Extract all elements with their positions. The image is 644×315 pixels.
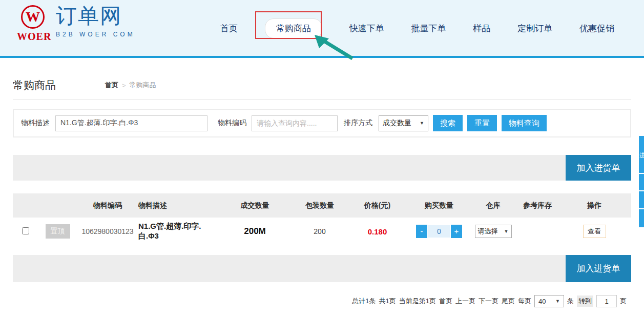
- material-desc-label: 物料描述: [21, 119, 50, 128]
- per-page-value: 40: [538, 298, 546, 305]
- row-deal-qty: 200M: [220, 226, 289, 237]
- annotation-arrow-icon: [311, 34, 357, 61]
- quick-sidebar-partial-label: 进: [639, 151, 644, 160]
- per-page-label: 每页: [518, 297, 531, 306]
- material-code-label: 物料编码: [218, 119, 246, 128]
- search-button[interactable]: 搜索: [433, 115, 463, 131]
- page-title: 常购商品: [13, 78, 56, 92]
- header-material-code: 物料编码: [77, 201, 138, 210]
- chevron-down-icon: ▼: [420, 121, 424, 126]
- breadcrumb-current: 常购商品: [130, 81, 156, 90]
- goto-page-label: 转到: [577, 296, 593, 307]
- header-deal-qty: 成交数量: [220, 201, 289, 210]
- header-warehouse: 仓库: [473, 201, 513, 210]
- row-material-code: 1062980030123: [77, 227, 138, 235]
- quantity-plus-button[interactable]: +: [451, 225, 462, 238]
- chevron-down-icon: ▼: [504, 229, 509, 234]
- header-pack-qty: 包装数量: [289, 201, 350, 210]
- row-material-desc: N1.G管.超薄.印字.白.Φ3: [138, 222, 220, 241]
- pagination-total: 总计1条: [352, 297, 376, 306]
- quick-access-sidebar: 进: [639, 136, 644, 227]
- per-page-unit: 条: [567, 297, 574, 306]
- filter-panel: 物料描述 物料编码 排序方式 成交数量 ▼ 搜索 重置 物料查询: [13, 109, 631, 137]
- row-price: 0.180: [350, 227, 405, 236]
- pin-to-top-button[interactable]: 置顶: [46, 224, 70, 239]
- table-header-row: 物料编码 物料描述 成交数量 包装数量 价格(元) 购买数量 仓库 参考库存 操…: [13, 193, 631, 218]
- site-title: 订单网: [56, 4, 135, 28]
- bottom-action-bar: 加入进货单: [13, 255, 631, 282]
- site-title-group: 订单网 B2B WOER COM: [56, 4, 135, 38]
- woer-logo[interactable]: W WOER 订单网 B2B WOER COM: [17, 4, 135, 43]
- pagination-prev-link[interactable]: 上一页: [455, 297, 475, 306]
- material-desc-input[interactable]: [55, 115, 207, 131]
- nav-item-home[interactable]: 首页: [220, 23, 238, 34]
- quick-sidebar-item-1[interactable]: 进: [639, 136, 644, 173]
- add-to-purchase-list-button-bottom[interactable]: 加入进货单: [566, 255, 631, 282]
- material-lookup-button[interactable]: 物料查询: [502, 115, 547, 131]
- woer-logo-icon: W WOER: [17, 4, 49, 43]
- nav-item-promotions[interactable]: 优惠促销: [579, 23, 614, 34]
- pagination: 总计1条 共1页 当前是第1页 首页 上一页 下一页 尾页 每页 40 ▼ 条 …: [0, 295, 627, 307]
- header-price: 价格(元): [350, 201, 405, 210]
- product-table: 物料编码 物料描述 成交数量 包装数量 价格(元) 购买数量 仓库 参考库存 操…: [13, 193, 631, 245]
- quantity-input[interactable]: [427, 225, 451, 238]
- pagination-next-link[interactable]: 下一页: [479, 297, 498, 306]
- add-to-purchase-list-button-top[interactable]: 加入进货单: [566, 155, 631, 181]
- pagination-first-link[interactable]: 首页: [439, 297, 452, 306]
- quick-sidebar-item-4[interactable]: [639, 209, 644, 227]
- breadcrumb-separator-icon: >: [122, 82, 126, 89]
- page: W WOER 订单网 B2B WOER COM 首页 常购商品 快速下单 批量下…: [0, 0, 644, 315]
- header-buy-qty: 购买数量: [405, 201, 473, 210]
- divider: [13, 99, 631, 100]
- sort-select[interactable]: 成交数量 ▼: [379, 115, 428, 131]
- breadcrumb-home-link[interactable]: 首页: [105, 81, 118, 90]
- site-subtitle: B2B WOER COM: [56, 31, 135, 38]
- view-button[interactable]: 查看: [583, 225, 606, 238]
- pagination-pages: 共1页: [379, 297, 396, 306]
- top-action-bar: 加入进货单: [13, 155, 631, 181]
- quick-sidebar-item-3[interactable]: [639, 191, 644, 208]
- header-material-desc: 物料描述: [138, 201, 220, 210]
- table-row: 置顶 1062980030123 N1.G管.超薄.印字.白.Φ3 200M 2…: [13, 218, 631, 245]
- logo-brand-text: WOER: [17, 31, 49, 43]
- material-code-input[interactable]: [252, 115, 338, 131]
- reset-button[interactable]: 重置: [467, 115, 497, 131]
- sort-label: 排序方式: [344, 119, 372, 128]
- chevron-down-icon: ▼: [555, 299, 560, 304]
- pagination-last-link[interactable]: 尾页: [502, 297, 515, 306]
- page-head: 常购商品 首页 > 常购商品: [0, 58, 644, 92]
- quantity-stepper: - +: [416, 225, 462, 238]
- breadcrumb: 首页 > 常购商品: [105, 81, 156, 90]
- sort-select-value: 成交数量: [383, 119, 411, 128]
- pagination-current: 当前是第1页: [399, 297, 436, 306]
- nav-item-samples[interactable]: 样品: [473, 23, 490, 34]
- goto-page-input[interactable]: [596, 295, 617, 307]
- header-action: 操作: [562, 201, 627, 210]
- quantity-minus-button[interactable]: -: [416, 225, 427, 238]
- nav-item-custom-order[interactable]: 定制订单: [517, 23, 552, 34]
- page-word: 页: [620, 297, 627, 306]
- per-page-select[interactable]: 40 ▼: [534, 295, 564, 307]
- app-header: W WOER 订单网 B2B WOER COM 首页 常购商品 快速下单 批量下…: [0, 0, 644, 58]
- row-checkbox[interactable]: [22, 227, 29, 234]
- nav-item-bulk-order[interactable]: 批量下单: [411, 23, 446, 34]
- logo-monogram: W: [26, 10, 40, 24]
- row-pack-qty: 200: [289, 227, 350, 235]
- warehouse-select[interactable]: 请选择 ▼: [475, 225, 512, 238]
- logo-circle-icon: W: [21, 5, 45, 29]
- warehouse-select-value: 请选择: [478, 227, 498, 236]
- header-ref-stock: 参考库存: [513, 201, 562, 210]
- nav-item-quick-order[interactable]: 快速下单: [349, 23, 384, 34]
- quick-sidebar-item-2[interactable]: [639, 174, 644, 190]
